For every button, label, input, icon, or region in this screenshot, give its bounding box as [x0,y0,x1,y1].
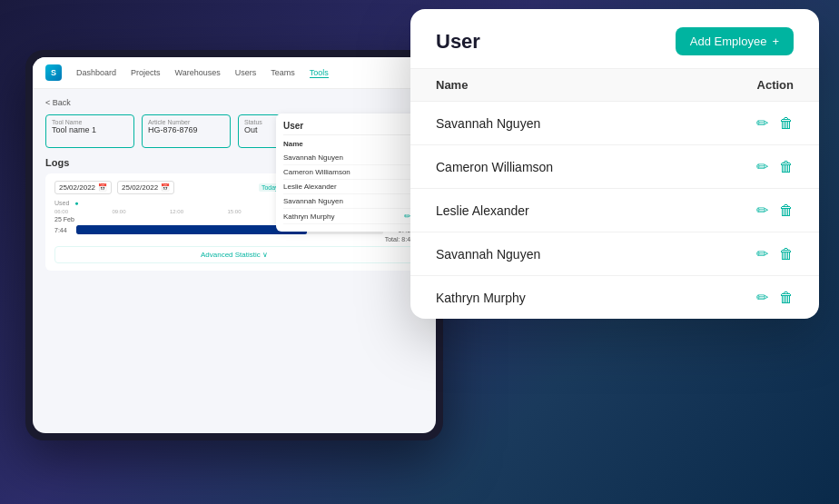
xaxis-2: 12:00 [170,209,183,214]
row-name-4: Kathryn Murphy [436,291,526,305]
table-header-name: Name [436,78,468,92]
tablet-user-row-3: Savannah Nguyen [283,194,423,209]
table-row: Savannah Nguyen ✏ 🗑 [410,232,819,276]
tool-name-label: Tool Name [52,119,128,125]
tablet-nav: S Dashboard Projects Warehouses Users Te… [33,57,436,89]
xaxis-1: 09:00 [112,209,125,214]
nav-dashboard[interactable]: Dashboard [76,68,116,77]
nav-warehouses[interactable]: Warehouses [175,68,221,77]
row-actions-0: ✏ 🗑 [756,114,794,132]
row-name-1: Cameron Williamson [436,160,553,174]
table-header: Name Action [410,69,819,102]
row-actions-4: ✏ 🗑 [756,289,794,306]
article-number-value: HG-876-8769 [148,125,224,134]
row-actions-2: ✏ 🗑 [756,202,794,219]
delete-icon-4[interactable]: 🗑 [779,290,794,306]
date-to-value: 25/02/2022 [122,183,158,192]
bar-start-label: 7:44 [54,227,73,233]
tablet-screen: S Dashboard Projects Warehouses Users Te… [33,57,436,433]
add-employee-button[interactable]: Add Employee + [676,27,794,55]
modal-header: User Add Employee + [410,9,819,69]
add-employee-plus-icon: + [772,35,779,48]
table-row: Leslie Alexander ✏ 🗑 [410,189,819,232]
delete-icon-3[interactable]: 🗑 [779,246,794,262]
edit-icon-0[interactable]: ✏ [756,114,768,132]
app-logo: S [45,64,62,81]
tablet-user-name-3: Savannah Nguyen [283,197,343,205]
add-employee-label: Add Employee [690,35,767,48]
row-name-0: Savannah Nguyen [436,116,540,131]
tablet-device: S Dashboard Projects Warehouses Users Te… [25,50,443,440]
xaxis-0: 06:00 [54,209,68,214]
row-actions-3: ✏ 🗑 [756,245,794,262]
advanced-statistic-btn[interactable]: Advanced Statistic ∨ [54,246,414,263]
tablet-user-name-0: Savannah Nguyen [283,153,343,162]
edit-icon-4[interactable]: ✏ [756,289,768,306]
tablet-user-row-2: Leslie Alexander [283,180,423,194]
delete-icon-2[interactable]: 🗑 [779,203,794,219]
tablet-user-panel: User Name Savannah Nguyen Cameron Willia… [276,114,430,232]
nav-projects[interactable]: Projects [131,68,161,77]
chart-total: Total: 8:45 [54,236,414,242]
article-number-field: Article Number HG-876-8769 [142,114,231,148]
date-from-value: 25/02/2022 [59,183,95,192]
calendar-icon-to: 📅 [161,183,170,192]
delete-icon-1[interactable]: 🗑 [779,159,794,175]
nav-users[interactable]: Users [235,68,257,77]
edit-icon-2[interactable]: ✏ [756,202,768,219]
nav-tools[interactable]: Tools [310,68,329,78]
back-button[interactable]: < Back [45,98,423,107]
row-name-2: Leslie Alexander [436,203,529,218]
tool-name-field: Tool Name Tool name 1 [45,114,134,148]
tablet-user-name-header: Name [283,140,423,148]
edit-icon-3[interactable]: ✏ [756,245,768,262]
edit-icon-1[interactable]: ✏ [756,158,768,175]
row-name-3: Savannah Nguyen [436,247,540,262]
calendar-icon-from: 📅 [98,183,107,192]
article-number-label: Article Number [148,119,224,125]
tablet-user-name-2: Leslie Alexander [283,183,337,191]
table-row: Kathryn Murphy ✏ 🗑 [410,276,819,319]
tablet-user-name-4: Kathryn Murphy [283,212,334,221]
nav-teams[interactable]: Teams [271,68,295,77]
table-row: Cameron Williamson ✏ 🗑 [410,145,819,189]
bar-fill [76,225,307,234]
tablet-user-row-1: Cameron Williamson [283,165,423,180]
row-actions-1: ✏ 🗑 [756,158,794,175]
xaxis-3: 15:00 [227,209,241,214]
date-to-input[interactable]: 25/02/2022 📅 [117,181,174,194]
tablet-user-row-4: Kathryn Murphy ✏ 🗑 [283,209,423,224]
table-header-action: Action [757,78,794,92]
tablet-user-panel-title: User [283,121,423,135]
tablet-user-name-1: Cameron Williamson [283,168,350,176]
delete-icon-0[interactable]: 🗑 [779,115,794,132]
date-from-input[interactable]: 25/02/2022 📅 [54,181,112,194]
modal-title: User [436,30,480,54]
table-row: Savannah Nguyen ✏ 🗑 [410,102,819,145]
tablet-user-row-0: Savannah Nguyen [283,151,423,165]
tool-name-value: Tool name 1 [52,125,128,134]
user-modal: User Add Employee + Name Action Savannah… [410,9,819,319]
user-table: Name Action Savannah Nguyen ✏ 🗑 Cameron … [410,69,819,319]
